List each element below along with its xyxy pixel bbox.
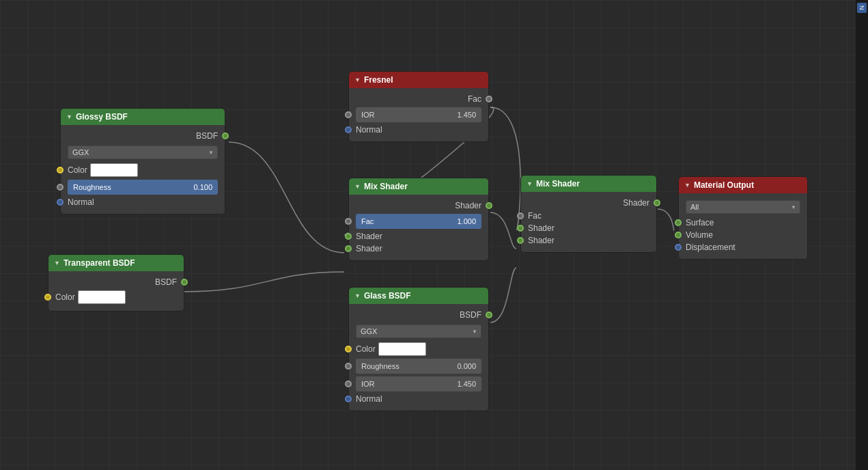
matout-collapse-arrow[interactable]: ▼	[684, 182, 690, 189]
panel-tab-n[interactable]: N	[857, 3, 867, 13]
fresnel-ior-row: IOR 1.450	[349, 106, 488, 124]
material-output-body: All Surface Volume Displacement	[679, 193, 807, 259]
glass-normal-row: Normal	[349, 393, 488, 405]
fresnel-normal-row: Normal	[349, 124, 488, 136]
glass-bsdf-title: Glass BSDF	[364, 291, 411, 301]
transparent-bsdf-header: ▼ Transparent BSDF	[48, 255, 184, 271]
glossy-roughness-row: Roughness 0.100	[61, 178, 225, 196]
mix2-fac-row: Fac	[521, 210, 656, 222]
glass-roughness-socket[interactable]	[345, 363, 352, 370]
mix2-fac-socket[interactable]	[517, 212, 524, 219]
bsdf-output-label: BSDF	[196, 131, 218, 141]
ior-label: IOR	[361, 111, 375, 119]
transparent-color-row: Color	[48, 289, 184, 305]
roughness-socket[interactable]	[57, 184, 64, 191]
glass-distribution-dropdown-wrapper: GGX	[356, 324, 481, 338]
fresnel-normal-socket[interactable]	[345, 126, 352, 133]
mix1-shader2-socket[interactable]	[345, 245, 352, 252]
color-swatch[interactable]	[90, 163, 138, 177]
fresnel-body: Fac IOR 1.450 Normal	[349, 88, 488, 141]
glass-ior-row: IOR 1.450	[349, 375, 488, 393]
glossy-normal-row: Normal	[61, 196, 225, 208]
glass-roughness-label: Roughness	[361, 362, 400, 370]
fresnel-ior-field[interactable]: IOR 1.450	[356, 107, 481, 122]
fresnel-collapse-arrow[interactable]: ▼	[354, 77, 361, 83]
glass-normal-socket[interactable]	[345, 396, 352, 402]
glass-distribution-dropdown[interactable]: GGX	[356, 324, 481, 338]
transparent-bsdf-node: ▼ Transparent BSDF BSDF Color	[48, 254, 184, 312]
material-output-header: ▼ Material Output	[679, 177, 807, 193]
mix2-shader1-socket[interactable]	[517, 225, 524, 232]
glass-normal-label: Normal	[356, 394, 382, 404]
displacement-socket[interactable]	[675, 244, 682, 251]
mix1-shader2-label: Shader	[356, 244, 382, 253]
glossy-distribution-dropdown[interactable]: GGX	[68, 146, 218, 159]
mix1-collapse-arrow[interactable]: ▼	[354, 183, 361, 190]
mix-shader-1-body: Shader Fac 1.000 Shader Shader	[349, 195, 488, 260]
mix2-shader2-label: Shader	[528, 236, 555, 245]
glass-bsdf-output-socket[interactable]	[486, 312, 492, 318]
glass-ior-field[interactable]: IOR 1.450	[356, 376, 481, 391]
material-output-title: Material Output	[694, 180, 754, 190]
transparent-bsdf-title: Transparent BSDF	[64, 258, 135, 268]
color-socket[interactable]	[57, 167, 64, 174]
mix-shader-2-node: ▼ Mix Shader Shader Fac Shader Shader	[520, 175, 657, 253]
fresnel-fac-output-socket[interactable]	[486, 96, 492, 102]
roughness-field[interactable]: Roughness 0.100	[68, 180, 218, 195]
glossy-bsdf-header: ▼ Glossy BSDF	[61, 109, 225, 125]
glass-roughness-field[interactable]: Roughness 0.000	[356, 359, 481, 374]
mix2-shader1-label: Shader	[528, 223, 555, 233]
mix-shader-2-header: ▼ Mix Shader	[521, 176, 656, 192]
transparent-color-socket[interactable]	[44, 294, 51, 301]
mix-shader-2-title: Mix Shader	[536, 179, 580, 189]
mix2-collapse-arrow[interactable]: ▼	[527, 180, 533, 187]
transparent-color-swatch[interactable]	[78, 290, 126, 304]
mix2-shader1-row: Shader	[521, 222, 656, 234]
fresnel-ior-socket[interactable]	[345, 111, 352, 118]
mix2-shader-output-socket[interactable]	[654, 199, 660, 206]
mix1-shader1-row: Shader	[349, 230, 488, 243]
glass-ior-label: IOR	[361, 380, 375, 388]
glass-bsdf-body: BSDF GGX Color Roughness 0.000 I	[349, 304, 488, 411]
collapse-arrow[interactable]: ▼	[66, 113, 72, 120]
mix2-shader2-socket[interactable]	[517, 237, 524, 244]
bsdf-output-socket[interactable]	[222, 133, 229, 139]
glass-roughness-row: Roughness 0.000	[349, 357, 488, 375]
glass-color-swatch[interactable]	[378, 342, 426, 356]
glass-bsdf-header: ▼ Glass BSDF	[349, 288, 488, 304]
glossy-distribution-dropdown-wrapper: GGX	[68, 146, 218, 159]
glass-ior-socket[interactable]	[345, 381, 352, 387]
mix1-fac-socket[interactable]	[345, 218, 352, 225]
mix1-shader1-socket[interactable]	[345, 233, 352, 240]
mix1-fac-field[interactable]: Fac 1.000	[356, 214, 481, 229]
mix1-shader-output-socket[interactable]	[486, 202, 492, 209]
glass-bsdf-output-label: BSDF	[460, 310, 481, 320]
fresnel-fac-output-row: Fac	[349, 92, 488, 106]
volume-row: Volume	[679, 229, 807, 241]
color-label: Color	[68, 165, 87, 175]
displacement-row: Displacement	[679, 241, 807, 253]
fresnel-node: ▼ Fresnel Fac IOR 1.450 Normal	[348, 71, 489, 142]
transparent-color-label: Color	[55, 292, 75, 302]
transparent-bsdf-output-socket[interactable]	[181, 279, 188, 286]
glossy-bsdf-node: ▼ Glossy BSDF BSDF GGX Color Roughness 0…	[60, 108, 225, 215]
bsdf-output-row: BSDF	[61, 129, 225, 143]
ior-value: 1.450	[457, 111, 476, 119]
mix1-shader-output-label: Shader	[455, 201, 481, 210]
glass-color-socket[interactable]	[345, 346, 352, 352]
mix1-fac-label: Fac	[361, 217, 374, 225]
mix-shader-1-header: ▼ Mix Shader	[349, 178, 488, 195]
surface-label: Surface	[686, 218, 714, 227]
normal-label: Normal	[68, 197, 94, 207]
glass-bsdf-output-row: BSDF	[349, 308, 488, 322]
glass-collapse-arrow[interactable]: ▼	[354, 292, 361, 299]
surface-socket[interactable]	[675, 219, 682, 226]
volume-socket[interactable]	[675, 232, 682, 238]
mix1-fac-value: 1.000	[457, 217, 476, 225]
material-output-dropdown[interactable]: All	[686, 200, 800, 214]
collapse-arrow-2[interactable]: ▼	[54, 260, 60, 266]
normal-socket[interactable]	[57, 199, 64, 206]
mix2-shader2-row: Shader	[521, 234, 656, 247]
mix2-fac-label: Fac	[528, 211, 542, 221]
volume-label: Volume	[686, 230, 713, 240]
